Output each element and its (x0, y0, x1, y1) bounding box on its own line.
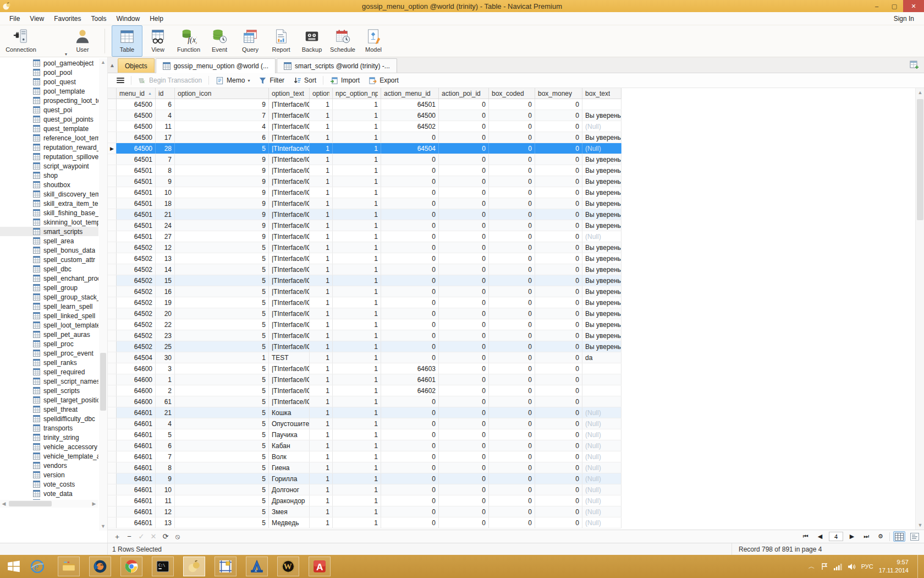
cell-menu_id[interactable]: 64601 (117, 484, 156, 495)
cell-npc_option_npcflag[interactable]: 1 (333, 121, 381, 132)
cell-action_poi_id[interactable]: 0 (439, 165, 489, 176)
cell-menu_id[interactable]: 64500 (117, 143, 156, 154)
cell-action_menu_id[interactable]: 0 (381, 154, 439, 165)
stop-button[interactable]: ⦸ (172, 532, 184, 541)
cell-box_money[interactable]: 0 (535, 297, 582, 308)
cell-option_id[interactable]: 1 (310, 176, 333, 187)
cell-menu_id[interactable]: 64501 (117, 187, 156, 198)
cell-box_money[interactable]: 0 (535, 264, 582, 275)
cell-action_menu_id[interactable]: 0 (381, 253, 439, 264)
sidebar-item-spell_scripts[interactable]: spell_scripts (0, 386, 98, 395)
sidebar-item-quest_poi_points[interactable]: quest_poi_points (0, 114, 98, 124)
page-settings-gear-icon[interactable]: ⚙ (875, 533, 886, 540)
cell-npc_option_npcflag[interactable]: 1 (333, 484, 381, 495)
cell-box_coded[interactable]: 0 (489, 440, 535, 451)
cell-box_money[interactable]: 0 (535, 253, 582, 264)
cell-npc_option_npcflag[interactable]: 1 (333, 451, 381, 462)
model-button[interactable]: Model (358, 25, 389, 57)
table-row[interactable]: 6460195Горилла110000(Null) (108, 473, 622, 484)
cell-box_coded[interactable]: 0 (489, 286, 535, 297)
cell-option_text[interactable]: Опустошитель (269, 418, 310, 429)
sidebar-item-spell_threat[interactable]: spell_threat (0, 405, 98, 414)
cell-npc_option_npcflag[interactable]: 1 (333, 253, 381, 264)
cell-menu_id[interactable]: 64501 (117, 231, 156, 242)
column-header-box_money[interactable]: box_money (535, 88, 582, 99)
cell-option_id[interactable]: 1 (310, 154, 333, 165)
cell-option_icon[interactable]: 5 (175, 440, 269, 451)
sidebar-item-spell_enchant_proc_[interactable]: spell_enchant_proc_ (0, 274, 98, 283)
cell-action_poi_id[interactable]: 0 (439, 297, 489, 308)
cell-box_money[interactable]: 0 (535, 385, 582, 396)
scroll-down-icon[interactable]: ▼ (916, 521, 924, 530)
cell-option_id[interactable]: 1 (310, 99, 333, 110)
cell-option_icon[interactable]: 5 (175, 319, 269, 330)
cell-option_icon[interactable]: 9 (175, 99, 269, 110)
cell-box_money[interactable]: 0 (535, 154, 582, 165)
cell-box_coded[interactable]: 0 (489, 396, 535, 407)
cell-option_text[interactable]: |TInterface/ICON (269, 319, 310, 330)
cell-option_icon[interactable]: 5 (175, 429, 269, 440)
cell-box_text[interactable]: Вы уверены? (582, 209, 622, 220)
cell-option_icon[interactable]: 5 (175, 473, 269, 484)
cell-box_text[interactable] (582, 374, 622, 385)
cell-box_text[interactable]: Вы уверены? (582, 297, 622, 308)
cell-option_icon[interactable]: 9 (175, 176, 269, 187)
cell-menu_id[interactable]: 64501 (117, 209, 156, 220)
cell-action_poi_id[interactable]: 0 (439, 473, 489, 484)
cell-box_coded[interactable]: 0 (489, 176, 535, 187)
cell-option_id[interactable]: 1 (310, 407, 333, 418)
cell-option_text[interactable]: Дракондор (269, 495, 310, 506)
scroll-up-icon[interactable]: ▲ (916, 88, 924, 97)
cell-id[interactable]: 9 (156, 176, 175, 187)
cell-option_icon[interactable]: 5 (175, 308, 269, 319)
cell-option_id[interactable]: 1 (310, 495, 333, 506)
cell-box_coded[interactable]: 0 (489, 198, 535, 209)
cell-option_id[interactable]: 1 (310, 484, 333, 495)
cell-npc_option_npcflag[interactable]: 1 (333, 308, 381, 319)
sidebar-item-shoutbox[interactable]: shoutbox (0, 180, 98, 189)
table-row[interactable]: 6460165Кабан110000(Null) (108, 440, 622, 451)
cell-box_text[interactable]: Вы уверены? (582, 330, 622, 341)
cell-id[interactable]: 12 (156, 506, 175, 517)
tray-expand-chevron-icon[interactable]: ︿ (809, 562, 815, 571)
cell-id[interactable]: 8 (156, 462, 175, 473)
scrollbar-thumb[interactable] (917, 99, 923, 220)
cell-action_poi_id[interactable]: 0 (439, 418, 489, 429)
sidebar-item-spell_learn_spell[interactable]: spell_learn_spell (0, 302, 98, 311)
taskbar-design-app-icon[interactable] (215, 557, 237, 576)
cell-npc_option_npcflag[interactable]: 1 (333, 297, 381, 308)
cell-option_text[interactable]: |TInterface/ICON (269, 264, 310, 275)
cell-box_money[interactable]: 0 (535, 374, 582, 385)
cell-option_id[interactable]: 1 (310, 506, 333, 517)
delete-record-button[interactable]: − (123, 532, 135, 541)
cell-npc_option_npcflag[interactable]: 1 (333, 341, 381, 352)
cell-id[interactable]: 16 (156, 286, 175, 297)
cell-action_menu_id[interactable]: 0 (381, 352, 439, 363)
cell-action_menu_id[interactable]: 0 (381, 473, 439, 484)
cell-id[interactable]: 1 (156, 374, 175, 385)
network-icon[interactable] (834, 563, 842, 570)
cell-box_text[interactable] (582, 363, 622, 374)
cell-id[interactable]: 20 (156, 308, 175, 319)
cell-option_id[interactable]: 1 (310, 440, 333, 451)
cell-action_menu_id[interactable]: 64601 (381, 374, 439, 385)
cell-option_text[interactable]: Кошка (269, 407, 310, 418)
cell-action_poi_id[interactable]: 0 (439, 99, 489, 110)
cell-option_icon[interactable]: 5 (175, 385, 269, 396)
cell-menu_id[interactable]: 64600 (117, 374, 156, 385)
cell-box_text[interactable]: Вы уверены? (582, 264, 622, 275)
sidebar-item-transports[interactable]: transports (0, 423, 98, 433)
sidebar-item-reputation_spillover[interactable]: reputation_spillover (0, 152, 98, 161)
cell-box_coded[interactable]: 0 (489, 187, 535, 198)
cell-npc_option_npcflag[interactable]: 1 (333, 418, 381, 429)
tab-objects[interactable]: Objects (118, 58, 155, 73)
sidebar-item-pool_pool[interactable]: pool_pool (0, 68, 98, 77)
sidebar-item-skill_discovery_temp[interactable]: skill_discovery_temp (0, 189, 98, 199)
cell-menu_id[interactable]: 64502 (117, 297, 156, 308)
cell-id[interactable]: 25 (156, 341, 175, 352)
cell-action_menu_id[interactable]: 0 (381, 187, 439, 198)
cell-npc_option_npcflag[interactable]: 1 (333, 286, 381, 297)
cell-npc_option_npcflag[interactable]: 1 (333, 242, 381, 253)
show-desktop-button[interactable] (917, 555, 922, 578)
start-button[interactable] (1, 555, 26, 578)
